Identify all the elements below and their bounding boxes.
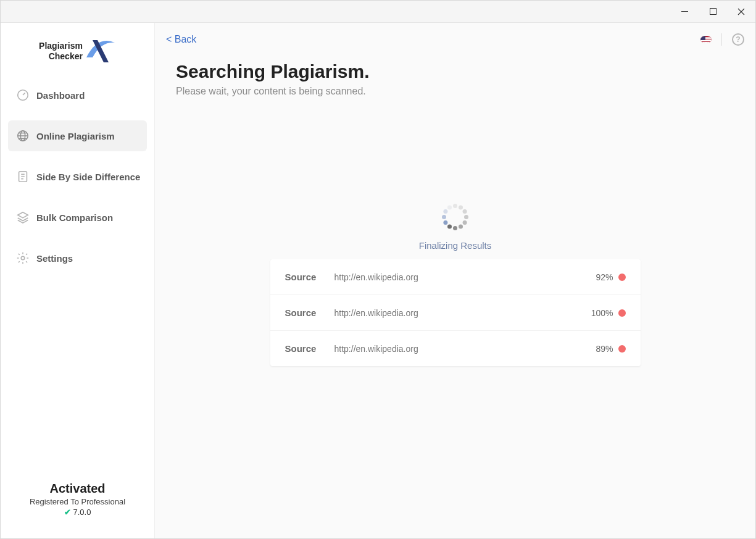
- document-icon: [14, 170, 31, 183]
- close-button[interactable]: [727, 1, 755, 23]
- match-percent: 92%: [596, 272, 613, 282]
- license-status: Activated: [7, 482, 148, 496]
- app-logo: Plagiarism Checker: [1, 23, 154, 75]
- sidebar-item-label: Online Plagiarism: [36, 131, 115, 141]
- logo-line2: Checker: [39, 51, 83, 62]
- flag-us-icon[interactable]: [700, 36, 712, 43]
- help-icon[interactable]: ?: [732, 33, 744, 46]
- logo-mark-icon: [85, 39, 116, 64]
- topbar: < Back ?: [155, 23, 755, 56]
- results-list: Sourcehttp://en.wikipedia.org92%Sourceht…: [270, 259, 641, 366]
- window-titlebar: [1, 1, 755, 23]
- result-row[interactable]: Sourcehttp://en.wikipedia.org89%: [270, 331, 641, 366]
- sidebar-item-online-plagiarism[interactable]: Online Plagiarism: [8, 120, 147, 151]
- version-text: 7.0.0: [73, 508, 91, 517]
- logo-line1: Plagiarism: [39, 41, 83, 51]
- gauge-icon: [14, 88, 31, 102]
- match-percent: 100%: [591, 308, 613, 318]
- sidebar-item-dashboard[interactable]: Dashboard: [8, 80, 147, 111]
- match-percent: 89%: [596, 344, 613, 354]
- source-label: Source: [285, 272, 334, 282]
- source-label: Source: [285, 307, 334, 318]
- source-label: Source: [285, 343, 334, 354]
- license-info: Activated Registered To Professional ✔ 7…: [1, 482, 154, 539]
- sidebar-item-settings[interactable]: Settings: [8, 243, 147, 274]
- svg-rect-1: [710, 9, 716, 15]
- svg-rect-0: [681, 11, 688, 12]
- sidebar-item-side-by-side[interactable]: Side By Side Difference: [8, 161, 147, 192]
- sidebar-item-label: Settings: [36, 253, 73, 264]
- page-subtitle: Please wait, your content is being scann…: [176, 86, 734, 97]
- sidebar-item-label: Bulk Comparison: [36, 212, 113, 223]
- license-registered: Registered To Professional: [7, 497, 148, 506]
- result-row[interactable]: Sourcehttp://en.wikipedia.org92%: [270, 259, 641, 295]
- separator: [721, 33, 722, 46]
- source-url: http://en.wikipedia.org: [334, 272, 596, 282]
- back-link[interactable]: < Back: [166, 34, 196, 45]
- globe-icon: [14, 129, 31, 143]
- status-dot-icon: [618, 345, 626, 353]
- sidebar-item-label: Side By Side Difference: [36, 172, 140, 182]
- sidebar-nav: Dashboard Online Plagiarism Side By Side…: [1, 75, 154, 482]
- maximize-button[interactable]: [699, 1, 727, 23]
- status-dot-icon: [618, 274, 626, 281]
- scan-status: Finalizing Results: [176, 240, 734, 251]
- source-url: http://en.wikipedia.org: [334, 308, 591, 318]
- result-row[interactable]: Sourcehttp://en.wikipedia.org100%: [270, 295, 641, 331]
- page-title: Searching Plagiarism.: [176, 61, 734, 82]
- loading-spinner-icon: [441, 202, 470, 232]
- gear-icon: [14, 251, 31, 265]
- minimize-button[interactable]: [670, 1, 699, 23]
- svg-point-6: [21, 256, 25, 260]
- source-url: http://en.wikipedia.org: [334, 344, 596, 354]
- check-icon: ✔: [64, 508, 71, 517]
- sidebar-item-label: Dashboard: [36, 90, 85, 101]
- status-dot-icon: [618, 309, 626, 317]
- layers-icon: [14, 211, 31, 224]
- sidebar-item-bulk-comparison[interactable]: Bulk Comparison: [8, 202, 147, 233]
- sidebar: Plagiarism Checker Dashboard: [1, 23, 155, 539]
- main-area: < Back ? Searching Plagiarism. Please wa…: [155, 23, 755, 539]
